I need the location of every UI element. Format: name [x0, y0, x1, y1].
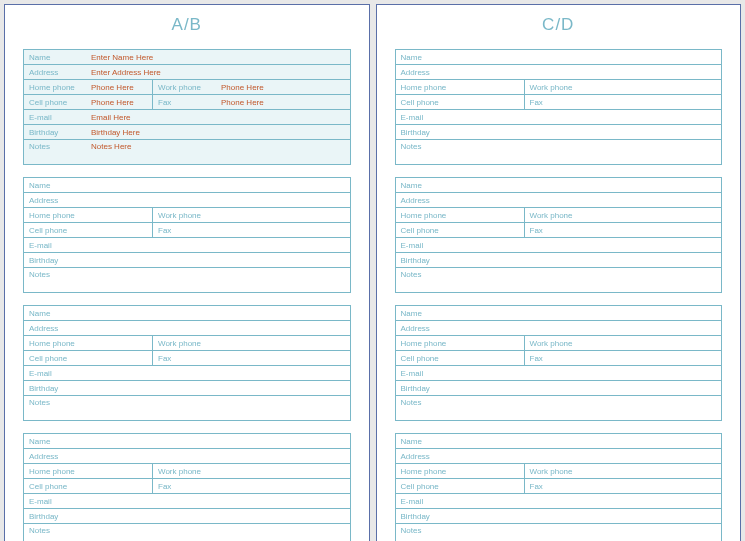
label-fax: Fax [152, 95, 216, 109]
value-name[interactable] [86, 306, 350, 320]
value-notes[interactable] [86, 396, 350, 400]
value-address[interactable]: Enter Address Here [86, 65, 350, 79]
value-notes[interactable] [458, 524, 722, 528]
value-cell-phone[interactable] [86, 223, 152, 237]
value-birthday[interactable] [458, 253, 722, 267]
value-fax[interactable] [216, 479, 350, 493]
value-home-phone[interactable] [458, 208, 524, 222]
label-email: E-mail [396, 366, 458, 380]
value-home-phone[interactable] [86, 336, 152, 350]
value-fax[interactable] [588, 479, 722, 493]
value-birthday[interactable] [86, 253, 350, 267]
value-address[interactable] [458, 193, 722, 207]
label-email: E-mail [24, 366, 86, 380]
value-birthday[interactable] [458, 125, 722, 139]
value-home-phone[interactable] [458, 464, 524, 478]
value-home-phone[interactable] [86, 208, 152, 222]
value-notes[interactable]: Notes Here [86, 140, 350, 153]
label-work-phone: Work phone [152, 336, 216, 350]
label-fax: Fax [524, 95, 588, 109]
value-work-phone[interactable]: Phone Here [216, 80, 350, 94]
label-notes: Notes [396, 140, 458, 153]
value-notes[interactable] [458, 268, 722, 272]
label-cell-phone: Cell phone [396, 95, 458, 109]
value-home-phone[interactable] [86, 464, 152, 478]
value-work-phone[interactable] [588, 208, 722, 222]
label-cell-phone: Cell phone [24, 479, 86, 493]
value-fax[interactable] [216, 351, 350, 365]
value-work-phone[interactable] [216, 464, 350, 478]
label-birthday: Birthday [24, 509, 86, 523]
label-name: Name [24, 306, 86, 320]
contact-card: Name Enter Name Here Address Enter Addre… [23, 49, 351, 165]
value-address[interactable] [86, 449, 350, 463]
value-notes[interactable] [458, 396, 722, 400]
label-name: Name [24, 434, 86, 448]
value-cell-phone[interactable] [86, 479, 152, 493]
label-fax: Fax [524, 223, 588, 237]
label-email: E-mail [24, 494, 86, 508]
label-fax: Fax [524, 351, 588, 365]
value-fax[interactable] [588, 95, 722, 109]
value-cell-phone[interactable] [458, 223, 524, 237]
value-email[interactable] [458, 110, 722, 124]
value-work-phone[interactable] [588, 336, 722, 350]
value-name[interactable] [458, 434, 722, 448]
value-work-phone[interactable] [588, 80, 722, 94]
label-birthday: Birthday [24, 125, 86, 139]
value-fax[interactable] [588, 351, 722, 365]
label-cell-phone: Cell phone [24, 95, 86, 109]
value-address[interactable] [458, 65, 722, 79]
value-name[interactable] [86, 434, 350, 448]
value-cell-phone[interactable] [458, 95, 524, 109]
value-birthday[interactable] [86, 509, 350, 523]
value-name[interactable] [458, 306, 722, 320]
value-email[interactable] [458, 238, 722, 252]
page-title-right: C/D [395, 15, 723, 35]
label-email: E-mail [396, 110, 458, 124]
value-address[interactable] [458, 321, 722, 335]
value-email[interactable]: Email Here [86, 110, 350, 124]
value-fax[interactable] [216, 223, 350, 237]
value-home-phone[interactable]: Phone Here [86, 80, 152, 94]
value-cell-phone[interactable] [86, 351, 152, 365]
label-name: Name [396, 306, 458, 320]
value-email[interactable] [86, 238, 350, 252]
value-email[interactable] [86, 494, 350, 508]
value-work-phone[interactable] [216, 208, 350, 222]
label-notes: Notes [396, 524, 458, 537]
value-name[interactable] [86, 178, 350, 192]
label-address: Address [24, 449, 86, 463]
value-fax[interactable] [588, 223, 722, 237]
value-birthday[interactable] [458, 509, 722, 523]
value-address[interactable] [458, 449, 722, 463]
value-notes[interactable] [86, 524, 350, 528]
value-name[interactable] [458, 50, 722, 64]
value-birthday[interactable] [86, 381, 350, 395]
value-address[interactable] [86, 193, 350, 207]
value-email[interactable] [86, 366, 350, 380]
value-cell-phone[interactable] [458, 351, 524, 365]
value-name[interactable]: Enter Name Here [86, 50, 350, 64]
value-work-phone[interactable] [588, 464, 722, 478]
value-birthday[interactable] [458, 381, 722, 395]
value-notes[interactable] [86, 268, 350, 272]
page-right: C/D Name Address Home phoneWork phone Ce… [376, 4, 742, 541]
value-work-phone[interactable] [216, 336, 350, 350]
label-home-phone: Home phone [396, 464, 458, 478]
label-address: Address [24, 321, 86, 335]
value-notes[interactable] [458, 140, 722, 144]
value-address[interactable] [86, 321, 350, 335]
value-fax[interactable]: Phone Here [216, 95, 350, 109]
label-work-phone: Work phone [524, 336, 588, 350]
value-email[interactable] [458, 494, 722, 508]
label-email: E-mail [396, 238, 458, 252]
value-home-phone[interactable] [458, 336, 524, 350]
value-cell-phone[interactable] [458, 479, 524, 493]
value-birthday[interactable]: Birthday Here [86, 125, 350, 139]
value-email[interactable] [458, 366, 722, 380]
label-name: Name [396, 178, 458, 192]
value-name[interactable] [458, 178, 722, 192]
value-home-phone[interactable] [458, 80, 524, 94]
value-cell-phone[interactable]: Phone Here [86, 95, 152, 109]
